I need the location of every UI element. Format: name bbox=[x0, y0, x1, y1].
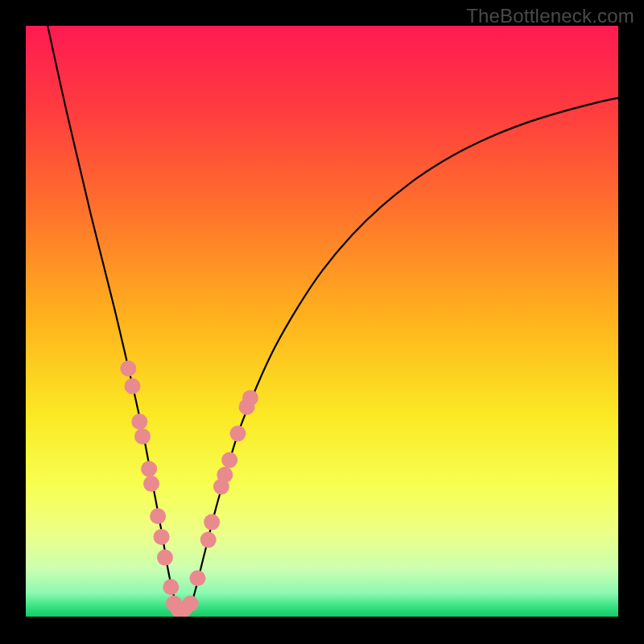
chart-svg bbox=[0, 0, 644, 644]
marker-dot bbox=[134, 428, 151, 444]
marker-dot bbox=[163, 579, 179, 595]
marker-dot bbox=[157, 550, 173, 566]
marker-dot bbox=[143, 476, 159, 492]
marker-dot bbox=[154, 529, 170, 545]
watermark-text: TheBottleneck.com bbox=[466, 5, 634, 27]
marker-dot bbox=[217, 467, 233, 483]
marker-dot bbox=[124, 378, 140, 394]
marker-dot bbox=[229, 425, 246, 441]
marker-dot bbox=[242, 390, 258, 406]
chart-stage: TheBottleneck.com bbox=[0, 0, 644, 644]
marker-dot bbox=[141, 461, 157, 477]
marker-dot bbox=[183, 596, 199, 612]
plot-background bbox=[26, 26, 618, 617]
marker-dot bbox=[189, 570, 205, 586]
marker-dot bbox=[120, 361, 136, 377]
marker-dot bbox=[221, 452, 237, 468]
marker-dot bbox=[200, 532, 217, 548]
marker-dot bbox=[131, 414, 147, 430]
marker-dot bbox=[150, 508, 166, 524]
marker-dot bbox=[204, 514, 220, 530]
